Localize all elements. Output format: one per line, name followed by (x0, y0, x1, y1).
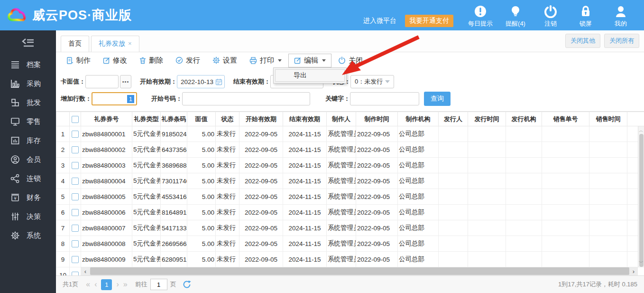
sidebar-item-decision[interactable]: 决策 (0, 207, 56, 226)
daily-tips-button[interactable]: 每日提示 (464, 5, 497, 28)
col-maker[interactable]: 制作人 (327, 112, 356, 126)
cell-face-value: 5.00 (187, 189, 216, 205)
table-row[interactable]: 9 zbw884800009 5元代金券 62809515 5.00 未发行 2… (56, 252, 644, 267)
table-row[interactable]: 8 zbw884800008 5元代金券 26695662 5.00 未发行 2… (56, 236, 644, 252)
sidebar-item-members[interactable]: 会员 (0, 150, 56, 169)
tab-gift-voucher-issue[interactable]: 礼券发放× (91, 36, 139, 52)
logout-button[interactable]: 注销 (534, 5, 567, 28)
cell-sale-no (542, 189, 589, 205)
col-bind[interactable]: 绑定的 (627, 112, 644, 126)
edit-menu-button[interactable]: 编辑 (288, 54, 331, 67)
cell-voucher-barcode: 73011740 (161, 173, 187, 189)
table-row[interactable]: 4 zbw884800004 5元代金券 73011740 5.00 未发行 2… (56, 173, 644, 189)
cell-sale-no (542, 173, 589, 189)
sidebar-item-system[interactable]: 系统 (0, 226, 56, 245)
sidebar-item-chain[interactable]: 连锁 (0, 169, 56, 188)
current-page-button[interactable]: 1 (101, 279, 112, 290)
goto-page-input[interactable] (150, 279, 167, 290)
reminders-button[interactable]: 提醒(4) (499, 5, 532, 28)
sidebar-item-retail[interactable]: 零售 (0, 112, 56, 131)
scroll-right-icon[interactable]: › (629, 268, 638, 275)
row-checkbox[interactable] (72, 146, 79, 153)
tab-close-icon[interactable]: × (128, 40, 132, 47)
my-account-button[interactable]: 我的 (604, 5, 637, 28)
sidebar-collapse-button[interactable] (0, 30, 56, 55)
close-button[interactable]: 关闭 (332, 54, 368, 67)
make-button[interactable]: 制作 (61, 54, 96, 67)
table-row[interactable]: 7 zbw884800007 5元代金券 54171339 5.00 未发行 2… (56, 220, 644, 236)
calendar-icon[interactable] (215, 78, 222, 85)
col-start-date[interactable]: 开始有效期 (239, 112, 283, 126)
col-voucher-no[interactable]: 礼券券号 (81, 112, 132, 126)
sidebar-item-inventory[interactable]: 库存 (0, 131, 56, 150)
row-checkbox[interactable] (72, 256, 79, 263)
start-number-input[interactable] (182, 92, 310, 105)
open-payment-badge[interactable]: 我要开通支付 (405, 15, 453, 27)
scroll-left-icon[interactable]: ‹ (81, 268, 90, 275)
col-issuer[interactable]: 发行人 (439, 112, 468, 126)
scroll-up-icon[interactable]: ︿ (638, 127, 644, 134)
horizontal-scroll-thumb[interactable] (90, 267, 629, 275)
sidebar-item-archives[interactable]: 档案 (0, 55, 56, 74)
col-face-value[interactable]: 面值 (187, 112, 216, 126)
export-menu-item[interactable]: 导出 (275, 69, 345, 82)
refresh-button[interactable] (182, 280, 192, 289)
row-checkbox[interactable] (72, 162, 79, 169)
tab-home[interactable]: 首页 (61, 36, 89, 52)
table-row[interactable]: 2 zbw884800002 5元代金券 64373565 5.00 未发行 2… (56, 142, 644, 158)
cell-voucher-no: zbw884800006 (81, 205, 132, 220)
col-sale-time[interactable]: 销售时间 (589, 112, 627, 126)
last-page-button[interactable]: » (123, 280, 128, 289)
issue-button[interactable]: 发行 (170, 54, 206, 67)
col-issue-org[interactable]: 发行机构 (506, 112, 542, 126)
row-checkbox[interactable] (72, 225, 79, 232)
status-select[interactable]: 0：未发行 (350, 75, 394, 88)
col-status[interactable]: 状态 (216, 112, 239, 126)
sidebar-item-purchase[interactable]: 采购 (0, 74, 56, 93)
modify-button[interactable]: 修改 (97, 54, 133, 67)
vertical-scrollbar[interactable]: ︿ ﹀ (638, 126, 644, 267)
row-checkbox[interactable] (72, 178, 79, 185)
card-value-more-button[interactable]: ••• (120, 75, 131, 88)
keyword-input[interactable] (350, 92, 419, 105)
scroll-down-icon[interactable]: ﹀ (638, 259, 644, 266)
table-row[interactable]: 3 zbw884800003 5元代金券 36896888 5.00 未发行 2… (56, 158, 644, 173)
table-row[interactable]: 5 zbw884800005 5元代金券 45534163 5.00 未发行 2… (56, 189, 644, 205)
col-make-org[interactable]: 制作机构 (398, 112, 439, 126)
sidebar-item-finance[interactable]: ¥ 财务 (0, 188, 56, 207)
col-make-time[interactable]: 制作时间 (356, 112, 398, 126)
close-others-button[interactable]: 关闭其他 (565, 34, 600, 48)
delete-button[interactable]: 删除 (134, 54, 169, 67)
row-checkbox[interactable] (72, 193, 79, 200)
row-checkbox[interactable] (72, 131, 79, 138)
card-value-input[interactable] (85, 75, 119, 88)
col-issue-time[interactable]: 发行时间 (468, 112, 506, 126)
table-row[interactable]: 6 zbw884800006 5元代金券 81648916 5.00 未发行 2… (56, 205, 644, 220)
print-button[interactable]: 打印 (244, 54, 287, 67)
horizontal-scrollbar[interactable]: ‹ › (81, 267, 638, 275)
col-sale-no[interactable]: 销售单号 (542, 112, 589, 126)
query-button[interactable]: 查询 (424, 92, 451, 106)
cell-issue-org (506, 142, 542, 158)
wechat-platform-link[interactable]: 进入微平台 (363, 17, 396, 25)
settings-button[interactable]: 设置 (207, 54, 243, 67)
prev-page-button[interactable]: ‹ (94, 280, 97, 289)
next-page-button[interactable]: › (116, 280, 119, 289)
row-checkbox[interactable] (72, 272, 79, 275)
row-checkbox[interactable] (72, 240, 79, 247)
vertical-scroll-thumb[interactable] (639, 134, 644, 267)
table-row[interactable]: 1 zbw884800001 5元代金券 91850242 5.00 未发行 2… (56, 126, 644, 142)
col-end-date[interactable]: 结束有效期 (283, 112, 327, 126)
close-all-button[interactable]: 关闭所有 (604, 34, 639, 48)
add-rows-input[interactable]: 1 (92, 92, 137, 105)
select-all-checkbox[interactable] (72, 116, 79, 123)
lock-screen-button[interactable]: 锁屏 (569, 5, 602, 28)
start-valid-date-input[interactable]: 2022-10-13 (177, 75, 225, 88)
col-voucher-barcode[interactable]: 礼券条码 (161, 112, 187, 126)
cell-sale-no (542, 142, 589, 158)
sidebar-item-wholesale[interactable]: 批发 (0, 93, 56, 112)
row-checkbox[interactable] (72, 209, 79, 216)
first-page-button[interactable]: « (86, 280, 90, 289)
cell-voucher-type: 5元代金券 (132, 189, 161, 205)
col-voucher-type[interactable]: 礼券类型 (132, 112, 161, 126)
